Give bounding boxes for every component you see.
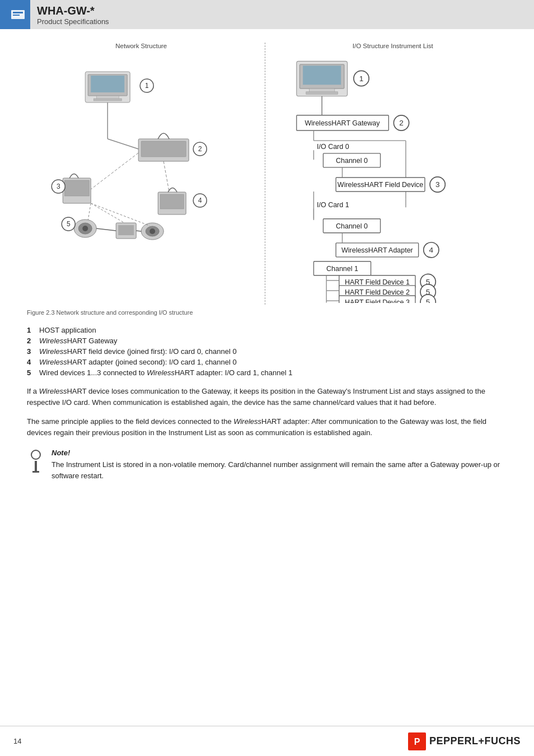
io-structure-svg: 1 WirelessHART Gateway 2 I/O Card 0 (279, 55, 508, 303)
svg-line-40 (136, 231, 141, 231)
svg-line-39 (96, 228, 116, 231)
svg-text:HART Field Device 1: HART Field Device 1 (344, 278, 409, 286)
svg-rect-1 (13, 12, 23, 13)
svg-text:WirelessHART Adapter: WirelessHART Adapter (341, 246, 413, 254)
svg-text:Channel 1: Channel 1 (326, 265, 358, 273)
list-item-3: 3 WirelessHART field device (joined firs… (27, 347, 507, 356)
svg-rect-43 (303, 66, 341, 85)
svg-text:2: 2 (399, 119, 404, 127)
svg-rect-2 (13, 15, 20, 16)
svg-text:P: P (414, 737, 420, 746)
list-num-1: 1 (27, 326, 35, 334)
svg-text:5: 5 (67, 220, 71, 228)
list-text-4: WirelessHART adapter (joined second): I/… (39, 358, 237, 366)
svg-line-37 (91, 203, 124, 223)
note-text: The Instrument List is stored in a non-v… (51, 459, 507, 482)
logo-icon: P (408, 732, 426, 750)
page-footer: 14 P PEPPERL+FUCHS (0, 726, 534, 756)
svg-rect-5 (91, 76, 124, 92)
note-icon (27, 450, 45, 474)
main-content: Network Structure 1 (0, 29, 534, 505)
list-text-2: WirelessHART Gateway (39, 337, 118, 345)
svg-line-25 (163, 161, 169, 192)
list-text-1: HOST application (39, 326, 96, 334)
product-code: WHA-GW-* (37, 4, 109, 17)
list-text-3: WirelessHART field device (joined first)… (39, 347, 237, 356)
page-header: WHA-GW-* Product Specifications (0, 0, 534, 29)
list-num-3: 3 (27, 347, 35, 356)
svg-text:Channel 0: Channel 0 (336, 222, 368, 230)
svg-text:I/O Card 1: I/O Card 1 (317, 201, 349, 209)
svg-line-36 (88, 203, 91, 220)
list-num-2: 2 (27, 337, 35, 345)
svg-text:5: 5 (425, 298, 430, 303)
io-structure-diagram: I/O Structure Instrument List 1 (265, 43, 508, 305)
note-title: Note! (51, 449, 507, 457)
svg-point-28 (82, 226, 88, 231)
svg-line-15 (107, 139, 138, 149)
list-item-2: 2 WirelessHART Gateway (27, 337, 507, 345)
company-logo: P PEPPERL+FUCHS (408, 732, 521, 750)
list-item-5: 5 Wired devices 1...3 connected to Wirel… (27, 368, 507, 377)
svg-rect-7 (93, 99, 121, 101)
svg-line-20 (91, 153, 138, 189)
svg-text:4: 4 (429, 246, 433, 254)
list-num-4: 4 (27, 358, 35, 366)
svg-rect-22 (160, 194, 184, 209)
header-icon (6, 0, 30, 29)
svg-text:2: 2 (198, 145, 202, 153)
network-diagram-label: Network Structure (27, 43, 256, 49)
svg-line-38 (91, 203, 149, 226)
svg-text:1: 1 (145, 82, 149, 90)
svg-rect-45 (306, 92, 338, 95)
page-number: 14 (13, 737, 21, 745)
svg-text:HART Field Device 2: HART Field Device 2 (344, 288, 409, 296)
list-text-5: Wired devices 1...3 connected to Wireles… (39, 368, 292, 377)
paragraph-2: The same principle applies to the field … (27, 416, 507, 438)
svg-text:WirelessHART Field Device: WirelessHART Field Device (337, 181, 423, 189)
description-list: 1 HOST application 2 WirelessHART Gatewa… (27, 326, 507, 377)
svg-rect-12 (141, 141, 186, 157)
svg-rect-17 (64, 180, 89, 196)
note-content: Note! The Instrument List is stored in a… (51, 449, 507, 482)
svg-text:4: 4 (198, 197, 202, 204)
list-item-1: 1 HOST application (27, 326, 507, 334)
svg-text:3: 3 (435, 180, 439, 189)
product-subtitle: Product Specifications (37, 17, 109, 26)
svg-text:I/O Card 0: I/O Card 0 (317, 143, 349, 151)
diagrams-row: Network Structure 1 (27, 43, 507, 305)
svg-rect-98 (32, 471, 39, 473)
svg-rect-97 (35, 461, 37, 472)
paragraph-1: If a WirelessHART device loses communica… (27, 386, 507, 408)
svg-text:HART Field Device 3: HART Field Device 3 (344, 298, 409, 303)
network-structure-svg: 1 2 3 (27, 55, 256, 245)
svg-text:Channel 0: Channel 0 (336, 157, 368, 165)
figure-caption: Figure 2.3 Network structure and corresp… (27, 309, 507, 316)
note-box: Note! The Instrument List is stored in a… (27, 449, 507, 482)
svg-text:WirelessHART Gateway: WirelessHART Gateway (305, 119, 380, 127)
svg-point-33 (149, 228, 155, 234)
network-diagram: Network Structure 1 (27, 43, 265, 305)
io-tree-container: 1 WirelessHART Gateway 2 I/O Card 0 (279, 55, 508, 305)
header-text: WHA-GW-* Product Specifications (30, 0, 109, 29)
header-accent-bar (0, 0, 6, 29)
logo-text: PEPPERL+FUCHS (429, 735, 521, 747)
list-num-5: 5 (27, 368, 35, 377)
svg-rect-35 (118, 225, 134, 235)
io-diagram-label: I/O Structure Instrument List (279, 43, 508, 49)
svg-text:3: 3 (57, 183, 60, 190)
list-item-4: 4 WirelessHART adapter (joined second): … (27, 358, 507, 366)
svg-point-96 (31, 450, 40, 459)
svg-text:1: 1 (359, 74, 363, 83)
